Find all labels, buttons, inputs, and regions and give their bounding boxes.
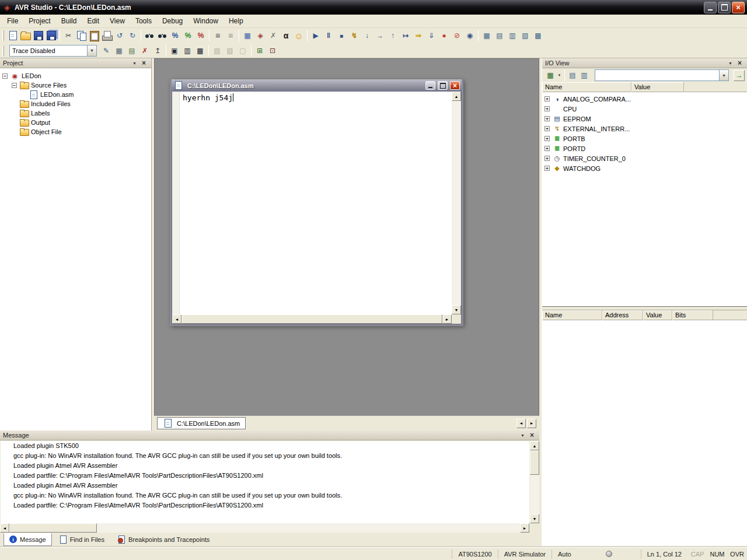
new-file-button[interactable] bbox=[6, 29, 19, 42]
editor-text-area[interactable]: hyerhn j54j bbox=[180, 92, 452, 314]
tree-expander[interactable]: + bbox=[544, 146, 550, 151]
tree-expander[interactable]: − bbox=[12, 83, 17, 88]
output-tab[interactable]: Find in Files bbox=[54, 533, 110, 546]
io-list-view-button[interactable]: ▤ bbox=[567, 69, 578, 81]
close-button[interactable] bbox=[732, 2, 745, 13]
options-window-button[interactable]: ⊡ bbox=[266, 44, 279, 57]
menu-item[interactable]: Debug bbox=[157, 15, 188, 27]
message-horizontal-scrollbar[interactable] bbox=[0, 523, 529, 533]
minimize-button[interactable] bbox=[704, 2, 717, 13]
find-button[interactable] bbox=[143, 29, 156, 42]
toolbar-grip[interactable] bbox=[2, 46, 4, 56]
maximize-button[interactable] bbox=[718, 2, 731, 13]
device-programming-button[interactable]: ▣ bbox=[168, 44, 181, 57]
toggle-breakpoint-button[interactable]: ● bbox=[438, 29, 451, 42]
save-file-button[interactable] bbox=[32, 29, 45, 42]
scrollbar-thumb[interactable] bbox=[9, 523, 97, 533]
coverage-button[interactable]: ▨ bbox=[224, 44, 236, 57]
panel-menu-icon[interactable] bbox=[130, 60, 139, 67]
chevron-down-icon[interactable] bbox=[719, 70, 728, 80]
run-button[interactable]: ▶ bbox=[309, 29, 322, 42]
disassembler-window-button[interactable]: ▧ bbox=[519, 29, 532, 42]
clean-button[interactable]: ✗ bbox=[267, 29, 280, 42]
trace-combo[interactable]: Trace Disabled bbox=[9, 45, 97, 57]
assembler-options-button[interactable]: α bbox=[280, 29, 292, 42]
io-detail-column-header[interactable]: Address bbox=[602, 310, 643, 320]
menu-item[interactable]: Project bbox=[23, 15, 55, 27]
tree-expander[interactable]: − bbox=[2, 74, 8, 79]
editor-horizontal-scrollbar[interactable] bbox=[172, 314, 452, 324]
quickwatch-button[interactable]: ◉ bbox=[463, 29, 476, 42]
register-window-button[interactable]: ▤ bbox=[493, 29, 506, 42]
next-bookmark-button[interactable]: % bbox=[181, 29, 194, 42]
tab-scroll-left-icon[interactable] bbox=[516, 419, 526, 428]
editor-maximize-button[interactable] bbox=[438, 81, 448, 90]
output-tab[interactable]: Breakpoints and Tracepoints bbox=[112, 533, 215, 546]
break-button[interactable]: ‖ bbox=[322, 29, 335, 42]
io-detail-column-header[interactable]: Bits bbox=[672, 310, 713, 320]
scroll-up-icon[interactable] bbox=[452, 92, 461, 101]
io-row[interactable]: + ≣ PORTB bbox=[542, 134, 747, 144]
tree-row[interactable]: LEDon.asm bbox=[0, 90, 151, 99]
device-connect-button[interactable]: ▥ bbox=[181, 44, 194, 57]
io-column-header[interactable]: Name bbox=[542, 82, 631, 92]
panel-menu-icon[interactable] bbox=[518, 432, 527, 439]
auto-step-button[interactable]: ⇓ bbox=[425, 29, 438, 42]
stop-debugging-button[interactable]: ■ bbox=[335, 29, 348, 42]
watch-window-button[interactable]: ▦ bbox=[480, 29, 493, 42]
io-details-view-button[interactable]: ▥ bbox=[578, 69, 590, 81]
step-out-button[interactable]: ↑ bbox=[386, 29, 399, 42]
menu-item[interactable]: Window bbox=[188, 15, 224, 27]
scrollbar-track[interactable] bbox=[97, 523, 520, 533]
scroll-down-icon[interactable] bbox=[530, 514, 539, 523]
editor-minimize-button[interactable] bbox=[425, 81, 435, 90]
io-row[interactable]: + ▤ EEPROM bbox=[542, 114, 747, 124]
scrollbar-thumb[interactable] bbox=[181, 314, 442, 324]
tab-scroll-right-icon[interactable] bbox=[527, 419, 536, 428]
tree-expander[interactable]: + bbox=[544, 126, 550, 131]
open-file-button[interactable] bbox=[19, 29, 32, 42]
undo-button[interactable]: ↺ bbox=[113, 29, 126, 42]
chevron-down-icon[interactable] bbox=[556, 69, 563, 81]
tree-expander[interactable]: + bbox=[544, 96, 550, 102]
message-vertical-scrollbar[interactable] bbox=[530, 441, 539, 523]
io-row[interactable]: + CPU bbox=[542, 104, 747, 114]
io-row[interactable]: + ≣ PORTD bbox=[542, 144, 747, 153]
copy-button[interactable] bbox=[75, 29, 88, 42]
reset-button[interactable]: ↯ bbox=[348, 29, 361, 42]
editor-title-bar[interactable]: C:\LEDon\LEDon.asm bbox=[172, 79, 462, 92]
io-window-button[interactable]: ▩ bbox=[532, 29, 544, 42]
menu-item[interactable]: Build bbox=[56, 15, 82, 27]
scroll-up-icon[interactable] bbox=[530, 441, 539, 450]
scroll-left-icon[interactable] bbox=[0, 523, 9, 533]
tree-expander[interactable]: + bbox=[544, 106, 550, 111]
remove-breakpoints-button[interactable]: ⊘ bbox=[451, 29, 463, 42]
scroll-down-icon[interactable] bbox=[452, 305, 461, 314]
panel-close-icon[interactable] bbox=[735, 60, 744, 67]
go-button[interactable]: → bbox=[734, 70, 745, 81]
tree-row[interactable]: − ◉ LEDon bbox=[0, 71, 151, 80]
toolbar-grip[interactable] bbox=[2, 30, 4, 41]
next-statement-button[interactable]: ⇒ bbox=[412, 29, 425, 42]
key-window-button[interactable]: ⊞ bbox=[253, 44, 266, 57]
scrollbar-track[interactable] bbox=[530, 475, 539, 514]
save-all-button[interactable] bbox=[45, 29, 58, 42]
run-to-cursor-button[interactable]: ↦ bbox=[399, 29, 412, 42]
device-upgrade-button[interactable]: ▩ bbox=[194, 44, 207, 57]
avr-prog-button[interactable]: ☺ bbox=[292, 29, 305, 42]
outdent-button[interactable]: ≡ bbox=[224, 29, 237, 42]
print-button[interactable] bbox=[100, 29, 113, 42]
scrollbar-track[interactable] bbox=[452, 101, 461, 305]
io-detail-column-header[interactable]: Name bbox=[542, 310, 602, 320]
panel-close-icon[interactable] bbox=[139, 60, 148, 67]
tree-row[interactable]: Included Files bbox=[0, 99, 151, 108]
tree-expander[interactable]: + bbox=[544, 136, 550, 141]
menu-item[interactable]: File bbox=[2, 15, 23, 27]
io-filter-combo[interactable] bbox=[595, 69, 729, 81]
output-tab[interactable]: Message bbox=[4, 533, 52, 546]
menu-item[interactable]: Help bbox=[224, 15, 249, 27]
io-column-header[interactable]: Value bbox=[631, 82, 684, 92]
tree-expander[interactable]: + bbox=[544, 156, 550, 161]
clear-trace-button[interactable]: ✗ bbox=[138, 44, 151, 57]
paste-button[interactable] bbox=[88, 29, 100, 42]
